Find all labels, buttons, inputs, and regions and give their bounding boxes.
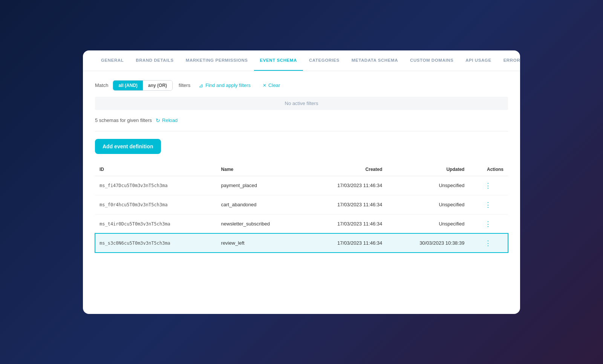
filter-icon: ⊿ [199, 82, 203, 88]
tab-custom-domains[interactable]: CUSTOM DOMAINS [404, 50, 459, 71]
toggle-group: all (AND) any (OR) [113, 80, 173, 91]
schema-count-label: 5 schemas for given filters [95, 117, 152, 123]
main-card: GENERALBRAND DETAILSMARKETING PERMISSION… [83, 50, 520, 314]
divider [95, 131, 508, 131]
tab-marketing-permissions[interactable]: MARKETING PERMISSIONS [180, 50, 254, 71]
match-label: Match [95, 82, 108, 88]
clear-label: Clear [268, 82, 280, 88]
col-updated: Updated [387, 163, 469, 176]
col-created: Created [305, 163, 387, 176]
tab-error-messages[interactable]: ERROR MESSAGES [497, 50, 520, 71]
tab-general[interactable]: GENERAL [95, 50, 130, 71]
cell-updated: 30/03/2023 10:38:39 [387, 233, 469, 253]
tab-api-usage[interactable]: API USAGE [459, 50, 497, 71]
clear-button[interactable]: ✕ Clear [259, 80, 284, 90]
reload-icon: ↻ [156, 117, 160, 123]
cell-id: ms_f0r4hcu5T0m3v3nT5ch3ma [95, 195, 217, 214]
cell-actions: ⋮ [469, 233, 508, 253]
no-filters-label: No active filters [285, 101, 318, 106]
more-options-icon[interactable]: ⋮ [482, 219, 495, 229]
cell-updated: Unspecified [387, 176, 469, 195]
tab-event-schema[interactable]: EVENT SCHEMA [254, 50, 303, 71]
col-id: ID [95, 163, 217, 176]
cell-updated: Unspecified [387, 214, 469, 233]
cell-name: review_left [217, 233, 305, 253]
cell-actions: ⋮ [469, 176, 508, 195]
table-header-row: ID Name Created Updated Actions [95, 163, 508, 176]
cell-created: 17/03/2023 11:46:34 [305, 214, 387, 233]
cell-id: ms_t4ir0Dcu5T0m3v3nT5ch3ma [95, 214, 217, 233]
cell-name: newsletter_subscribed [217, 214, 305, 233]
cell-actions: ⋮ [469, 195, 508, 214]
find-filters-label: Find and apply filters [205, 82, 251, 88]
all-and-button[interactable]: all (AND) [113, 81, 143, 90]
tab-metadata-schema[interactable]: METADATA SCHEMA [346, 50, 404, 71]
table-header: ID Name Created Updated Actions [95, 163, 508, 176]
any-or-button[interactable]: any (OR) [143, 81, 172, 90]
cell-name: payment_placed [217, 176, 305, 195]
cell-id: ms_s3c0N6cu5T0m3v3nT5ch3ma [95, 233, 217, 253]
reload-button[interactable]: ↻ Reload [156, 117, 178, 123]
table-row: ms_t4ir0Dcu5T0m3v3nT5ch3manewsletter_sub… [95, 214, 508, 233]
more-options-icon[interactable]: ⋮ [482, 180, 495, 191]
filter-bar: Match all (AND) any (OR) filters ⊿ Find … [95, 80, 508, 91]
event-schema-table: ID Name Created Updated Actions ms_fi47D… [95, 163, 508, 253]
table-row: ms_f0r4hcu5T0m3v3nT5ch3macart_abandoned1… [95, 195, 508, 214]
no-filters-bar: No active filters [95, 97, 508, 110]
cell-created: 17/03/2023 11:46:34 [305, 233, 387, 253]
cell-updated: Unspecified [387, 195, 469, 214]
more-options-icon[interactable]: ⋮ [482, 200, 495, 210]
table-row: ms_fi47Dcu5T0m3v3nT5ch3mapayment_placed1… [95, 176, 508, 195]
reload-label: Reload [162, 117, 178, 123]
schema-count-bar: 5 schemas for given filters ↻ Reload [95, 117, 508, 123]
tab-categories[interactable]: CATEGORIES [303, 50, 346, 71]
add-event-definition-button[interactable]: Add event definition [95, 139, 161, 154]
find-filters-button[interactable]: ⊿ Find and apply filters [195, 80, 254, 91]
tab-brand-details[interactable]: BRAND DETAILS [130, 50, 180, 71]
col-actions: Actions [469, 163, 508, 176]
cell-created: 17/03/2023 11:46:34 [305, 195, 387, 214]
more-options-icon[interactable]: ⋮ [482, 238, 495, 248]
cell-actions: ⋮ [469, 214, 508, 233]
tab-nav: GENERALBRAND DETAILSMARKETING PERMISSION… [83, 50, 520, 71]
content-area: Match all (AND) any (OR) filters ⊿ Find … [83, 71, 520, 262]
cell-name: cart_abandoned [217, 195, 305, 214]
cell-id: ms_fi47Dcu5T0m3v3nT5ch3ma [95, 176, 217, 195]
col-name: Name [217, 163, 305, 176]
table-row: ms_s3c0N6cu5T0m3v3nT5ch3mareview_left17/… [95, 233, 508, 253]
close-icon: ✕ [263, 83, 266, 88]
cell-created: 17/03/2023 11:46:34 [305, 176, 387, 195]
table-body: ms_fi47Dcu5T0m3v3nT5ch3mapayment_placed1… [95, 176, 508, 253]
filters-label: filters [179, 82, 190, 88]
